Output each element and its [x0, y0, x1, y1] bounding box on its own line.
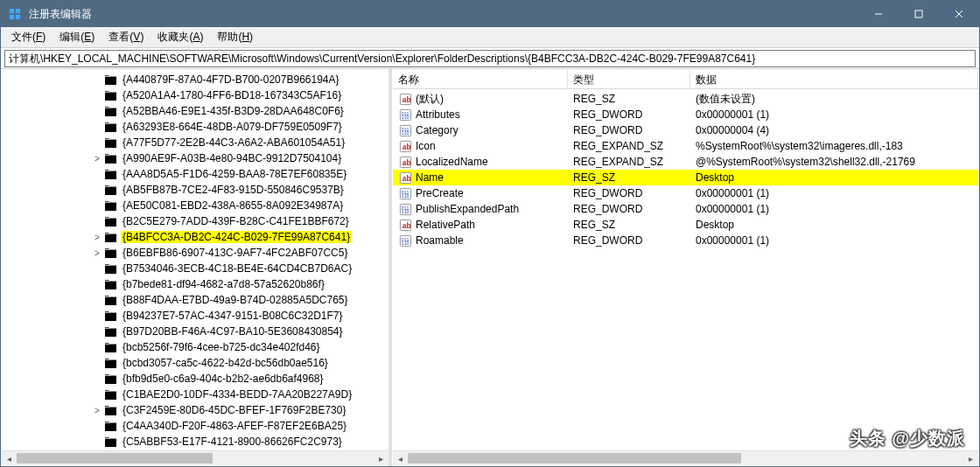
tree-label: {bcbd3057-ca5c-4622-b42d-bc56db0ae516}: [121, 357, 330, 369]
tree-row[interactable]: {AE50C081-EBD2-438A-8655-8A092E34987A}: [2, 198, 388, 213]
tree-row[interactable]: {bfb9d5e0-c6a9-404c-b2b2-ae6db6af4968}: [2, 371, 388, 387]
svg-rect-2: [10, 15, 14, 19]
tree-row[interactable]: {bcbd3057-ca5c-4622-b42d-bc56db0ae516}: [2, 355, 388, 371]
value-row[interactable]: (默认)REG_SZ(数值未设置): [393, 91, 978, 107]
value-name: (默认): [416, 92, 444, 107]
scroll-thumb[interactable]: [408, 453, 741, 464]
menu-item[interactable]: 帮助(H): [210, 27, 260, 47]
tree-label: {C3F2459E-80D6-45DC-BFEF-1F769F2BE730}: [121, 404, 347, 416]
tree-row[interactable]: {A520A1A4-1780-4FF6-BD18-167343C5AF16}: [2, 87, 388, 103]
header-data[interactable]: 数据: [690, 70, 978, 88]
scroll-left-button[interactable]: ◂: [2, 451, 17, 465]
value-row[interactable]: RelativePathREG_SZDesktop: [393, 217, 978, 233]
address-input[interactable]: 计算机\HKEY_LOCAL_MACHINE\SOFTWARE\Microsof…: [4, 50, 976, 67]
tree-scroll[interactable]: {A440879F-87A0-4F7D-B700-0207B966194A}{A…: [2, 70, 388, 450]
binary-value-icon: [398, 108, 412, 122]
tree-row[interactable]: {B7534046-3ECB-4C18-BE4E-64CD4CB7D6AC}: [2, 261, 388, 276]
tree-label: {A520A1A4-1780-4FF6-BD18-167343C5AF16}: [121, 89, 343, 101]
tree-row[interactable]: {B2C5E279-7ADD-439F-B28C-C41FE1BBF672}: [2, 213, 388, 229]
scroll-right-button[interactable]: ▸: [963, 451, 978, 465]
value-row[interactable]: NameREG_SZDesktop: [393, 170, 978, 185]
tree-row[interactable]: {C1BAE2D0-10DF-4334-BEDD-7AA20B227A9D}: [2, 387, 388, 402]
tree-label: {B94237E7-57AC-4347-9151-B08C6C32D1F7}: [121, 310, 345, 322]
tree-row[interactable]: {A52BBA46-E9E1-435f-B3D9-28DAA648C0F6}: [2, 103, 388, 119]
tree-row[interactable]: {AB5FB87B-7CE2-4F83-915D-550846C9537B}: [2, 182, 388, 198]
tree-row[interactable]: {C5ABBF53-E17F-4121-8900-86626FC2C973}: [2, 434, 388, 450]
value-row[interactable]: CategoryREG_DWORD0x00000004 (4): [393, 122, 978, 138]
folder-icon: [103, 435, 117, 449]
value-row[interactable]: RoamableREG_DWORD0x00000001 (1): [393, 233, 978, 248]
tree-label: {B6EBFB86-6907-413C-9AF7-4FC2ABF07CC5}: [121, 247, 349, 259]
tree-label: {B4BFCC3A-DB2C-424C-B029-7FE99A87C641}: [121, 231, 352, 243]
menu-item[interactable]: 查看(V): [102, 27, 150, 47]
value-type: REG_DWORD: [568, 108, 690, 121]
value-data: Desktop: [690, 171, 978, 184]
value-type: REG_DWORD: [568, 124, 690, 136]
value-name: RelativePath: [416, 219, 475, 231]
tree-horizontal-scrollbar[interactable]: ◂ ▸: [2, 450, 388, 465]
folder-icon: [103, 356, 117, 370]
values-horizontal-scrollbar[interactable]: ◂ ▸: [393, 450, 978, 465]
binary-value-icon: [398, 202, 412, 216]
tree-row[interactable]: {A63293E8-664E-48DB-A079-DF759E0509F7}: [2, 119, 388, 135]
value-data: 0x00000001 (1): [690, 108, 978, 121]
tree-row[interactable]: {AAA8D5A5-F1D6-4259-BAA8-78E7EF60835E}: [2, 166, 388, 182]
folder-icon: [103, 309, 117, 323]
scroll-thumb[interactable]: [17, 453, 213, 464]
folder-icon: [103, 387, 117, 401]
tree-row[interactable]: {A440879F-87A0-4F7D-B700-0207B966194A}: [2, 72, 388, 87]
folder-icon: [103, 403, 117, 417]
tree-row[interactable]: {B94237E7-57AC-4347-9151-B08C6C32D1F7}: [2, 308, 388, 324]
close-button[interactable]: [939, 1, 979, 27]
value-row[interactable]: LocalizedNameREG_EXPAND_SZ@%SystemRoot%\…: [393, 154, 978, 170]
tree-row[interactable]: >{A990AE9F-A03B-4e80-94BC-9912D7504104}: [2, 150, 388, 166]
value-row[interactable]: PublishExpandedPathREG_DWORD0x00000001 (…: [393, 201, 978, 217]
scroll-left-button[interactable]: ◂: [393, 451, 408, 465]
value-row[interactable]: PreCreateREG_DWORD0x00000001 (1): [393, 185, 978, 201]
tree-row[interactable]: >{B6EBFB86-6907-413C-9AF7-4FC2ABF07CC5}: [2, 245, 388, 261]
value-data: %SystemRoot%\system32\imageres.dll,-183: [690, 140, 978, 152]
value-name: Roamable: [416, 234, 464, 247]
tree-row[interactable]: {B97D20BB-F46A-4C97-BA10-5E3608430854}: [2, 324, 388, 339]
tree-row[interactable]: {b7bede81-df94-4682-a7d8-57a52620b86f}: [2, 276, 388, 292]
svg-rect-3: [16, 15, 20, 19]
minimize-button[interactable]: [858, 1, 899, 27]
header-name[interactable]: 名称: [393, 70, 568, 88]
tree-label: {B2C5E279-7ADD-439F-B28C-C41FE1BBF672}: [121, 215, 351, 227]
window-title: 注册表编辑器: [29, 7, 858, 22]
folder-icon: [103, 151, 117, 165]
tree-row[interactable]: {A77F5D77-2E2B-44C3-A6A2-ABA601054A51}: [2, 135, 388, 150]
tree-label: {bcb5256f-79f6-4cee-b725-dc34e402fd46}: [121, 341, 322, 353]
expand-caret-icon[interactable]: >: [91, 233, 103, 242]
menu-item[interactable]: 文件(F): [4, 27, 52, 47]
value-row[interactable]: AttributesREG_DWORD0x00000001 (1): [393, 107, 978, 122]
menu-item[interactable]: 收藏夹(A): [150, 27, 210, 47]
tree-row[interactable]: {B88F4DAA-E7BD-49a9-B74D-02885A5DC765}: [2, 292, 388, 308]
folder-icon: [103, 277, 117, 291]
tree-label: {A63293E8-664E-48DB-A079-DF759E0509F7}: [121, 121, 344, 133]
maximize-button[interactable]: [899, 1, 939, 27]
folder-icon: [103, 88, 117, 102]
tree-row[interactable]: >{B4BFCC3A-DB2C-424C-B029-7FE99A87C641}: [2, 229, 388, 245]
tree-row[interactable]: {C4AA340D-F20F-4863-AFEF-F87EF2E6BA25}: [2, 418, 388, 434]
value-name: Icon: [416, 140, 436, 152]
folder-icon: [103, 73, 117, 87]
expand-caret-icon[interactable]: >: [91, 406, 103, 415]
folder-icon: [103, 261, 117, 275]
binary-value-icon: [398, 123, 412, 137]
value-row[interactable]: IconREG_EXPAND_SZ%SystemRoot%\system32\i…: [393, 138, 978, 154]
values-header: 名称 类型 数据: [393, 70, 978, 89]
scroll-right-button[interactable]: ▸: [374, 451, 388, 465]
value-data: Desktop: [690, 219, 978, 231]
menubar: 文件(F)编辑(E)查看(V)收藏夹(A)帮助(H): [1, 27, 979, 48]
tree-row[interactable]: {bcb5256f-79f6-4cee-b725-dc34e402fd46}: [2, 339, 388, 355]
header-type[interactable]: 类型: [568, 70, 690, 88]
expand-caret-icon[interactable]: >: [91, 248, 103, 258]
value-name: PreCreate: [416, 187, 464, 199]
tree-label: {C5ABBF53-E17F-4121-8900-86626FC2C973}: [121, 436, 344, 448]
tree-row[interactable]: >{C3F2459E-80D6-45DC-BFEF-1F769F2BE730}: [2, 402, 388, 418]
value-type: REG_SZ: [568, 93, 690, 105]
expand-caret-icon[interactable]: >: [91, 154, 103, 164]
menu-item[interactable]: 编辑(E): [52, 27, 102, 47]
value-name: Name: [416, 171, 444, 184]
